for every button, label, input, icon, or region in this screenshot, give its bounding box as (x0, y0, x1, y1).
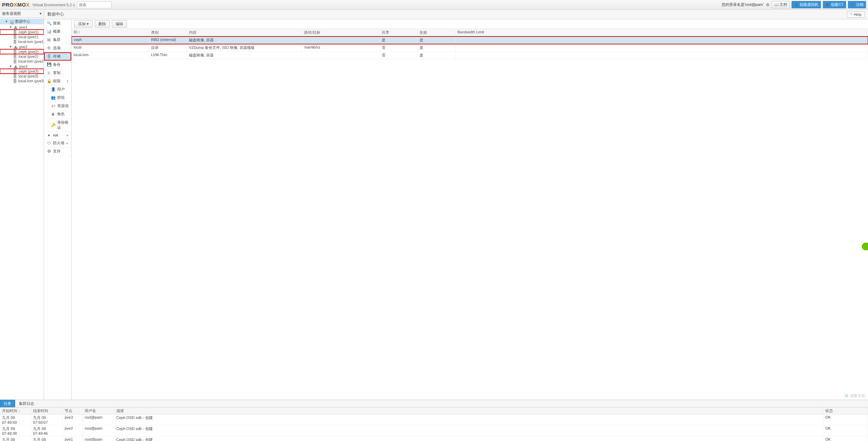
key-icon: 🔑 (51, 123, 55, 127)
menu-backup[interactable]: 💾备份 (44, 61, 71, 69)
tcol-end[interactable]: 结束时间 (31, 408, 63, 414)
col-shared[interactable]: 共享 (380, 29, 417, 36)
chevron-right-icon: ▸ (67, 141, 68, 145)
tcol-node[interactable]: 节点 (63, 408, 83, 414)
tree-storage[interactable]: 🗄ceph (pve3) (0, 69, 44, 74)
tree-node[interactable]: ▾🖧pve1 (0, 24, 44, 30)
create-vm-button[interactable]: 🖥创建虚拟机 (792, 1, 821, 8)
cube-icon: ▣ (825, 2, 829, 7)
tree-storage[interactable]: 🗄local-lvm (pve1) (0, 39, 44, 44)
chevron-down-icon: ▾ (67, 80, 68, 83)
task-tabs: 任务 集群日志 (0, 400, 868, 408)
life-ring-icon: ✪ (47, 149, 51, 154)
remove-button[interactable]: 删除 (95, 20, 110, 28)
collapse-icon[interactable]: ▾ (5, 19, 8, 24)
tree-storage[interactable]: 🗄local (pve2) (0, 54, 44, 59)
help-button[interactable]: ?Help (847, 11, 865, 18)
col-type[interactable]: 类别 (149, 29, 187, 36)
collapse-icon[interactable]: ▾ (9, 64, 12, 69)
tcol-user[interactable]: 用户名 (83, 408, 114, 414)
tree-storage[interactable]: 🗄local (pve3) (0, 74, 44, 78)
col-bw[interactable]: Bandwidth Limit (455, 29, 868, 36)
task-row[interactable]: 九月 09 07:49:59九月 09 07:50:07pve3root@pam… (0, 414, 868, 426)
global-search-input[interactable] (77, 1, 112, 8)
copy-icon: ⎘ (47, 71, 51, 75)
add-button[interactable]: 添加 ▾ (74, 20, 93, 28)
storage-row[interactable]: cephRBD (external)磁盘映像, 容器是是 (72, 36, 868, 44)
task-row[interactable]: 九月 09 07:47:26九月 09 07:47:34pve1root@pam… (0, 437, 868, 441)
edit-button[interactable]: 编辑 (112, 20, 127, 28)
resource-tree: ▾ 🏢 数据中心 ▾🖧pve1🗄ceph (pve1)🗄local (pve1)… (0, 18, 44, 400)
logout-icon: ⎋ (850, 3, 855, 7)
col-path[interactable]: 路径/目标 (302, 29, 380, 36)
menu-permissions[interactable]: 🔓权限▾ (44, 77, 71, 85)
menu-firewall[interactable]: 🛡防火墙▸ (44, 139, 71, 147)
task-grid-header: 开始时间 ↓ 结束时间 节点 用户名 描述 状态 (0, 408, 868, 414)
storage-icon: 🗄 (13, 30, 17, 34)
view-selector[interactable]: 服务器视图 ▾ (0, 10, 44, 18)
tcol-status[interactable]: 状态 (823, 408, 868, 414)
menu-auth[interactable]: 🔑身份验证 (44, 118, 71, 132)
server-icon: ▤ (47, 38, 51, 42)
doc-button[interactable]: 📖文档 (772, 1, 790, 8)
tree-storage[interactable]: 🗄local-lvm (pve3) (0, 78, 44, 83)
menu-summary[interactable]: 📊概要 (44, 28, 71, 36)
floppy-icon: 💾 (47, 62, 51, 67)
tab-cluster-log[interactable]: 集群日志 (15, 400, 38, 407)
col-content[interactable]: 内容 (187, 29, 302, 36)
create-ct-button[interactable]: ▣创建CT (823, 1, 846, 8)
chart-icon: 📊 (47, 29, 51, 34)
storage-icon: 🗄 (13, 55, 17, 58)
menu-roles[interactable]: ♟角色 (44, 110, 71, 118)
storage-grid-area: 添加 ▾ 删除 编辑 ID ↑ 类别 内容 路径/目标 共享 生效 Bandwi… (72, 19, 868, 400)
tree-datacenter[interactable]: ▾ 🏢 数据中心 (0, 19, 44, 24)
tag-icon: 🏷 (51, 104, 55, 108)
logo-text-x: X (14, 2, 18, 8)
storage-row[interactable]: local-lvmLVM-Thin磁盘映像, 容器否是 (72, 52, 868, 59)
storage-row[interactable]: local目录VZDump 备份文件, ISO 映像, 容器模板/var/lib… (72, 44, 868, 52)
collapse-icon[interactable]: ▾ (9, 25, 12, 29)
logo-text-2: MO (18, 2, 26, 8)
resource-tree-panel: 服务器视图 ▾ ▾ 🏢 数据中心 ▾🖧pve1🗄ceph (pve1)🗄loca… (0, 10, 44, 400)
menu-search[interactable]: 🔍搜索 (44, 19, 71, 28)
tree-storage[interactable]: 🗄local (pve1) (0, 34, 44, 39)
storage-icon: 🗄 (13, 79, 17, 83)
breadcrumb: 数据中心 ?Help (44, 10, 868, 19)
collapse-icon[interactable]: ▾ (9, 44, 12, 49)
menu-ha[interactable]: ♥HA▸ (44, 132, 71, 139)
header-bar: PROXMOX Virtual Environment 5.2-1 您的登录名是… (0, 0, 868, 10)
menu-groups[interactable]: 👥群组 (44, 94, 71, 102)
config-side-menu: 🔍搜索 📊概要 ▤集群 ⚙选项 🗄存储 💾备份 ⎘复制 🔓权限▾ 👤用户 👥群组… (44, 19, 72, 400)
menu-support[interactable]: ✪支持 (44, 147, 71, 156)
menu-replication[interactable]: ⎘复制 (44, 69, 71, 77)
storage-grid: ID ↑ 类别 内容 路径/目标 共享 生效 Bandwidth Limit c… (72, 29, 868, 400)
server-icon: 🖧 (14, 65, 18, 68)
task-row[interactable]: 九月 09 07:49:38九月 09 07:49:46pve2root@pam… (0, 426, 868, 437)
help-icon: ? (850, 12, 852, 17)
menu-options[interactable]: ⚙选项 (44, 44, 71, 52)
search-icon: 🔍 (47, 21, 51, 25)
server-icon: 🖧 (14, 45, 18, 49)
menu-cluster[interactable]: ▤集群 (44, 36, 71, 44)
tree-node[interactable]: ▾🖧pve3 (0, 64, 44, 69)
col-id[interactable]: ID ↑ (72, 29, 149, 36)
tcol-start[interactable]: 开始时间 ↓ (0, 408, 31, 414)
col-enabled[interactable]: 生效 (417, 29, 455, 36)
lock-icon: 🔓 (47, 79, 51, 83)
menu-pools[interactable]: 🏷资源池 (44, 102, 71, 110)
side-widget[interactable] (862, 243, 868, 250)
logout-button[interactable]: ⎋注销 (848, 1, 866, 8)
tree-storage[interactable]: 🗄local-lvm (pve2) (0, 59, 44, 64)
users-icon: 👥 (51, 95, 55, 100)
login-status: 您的登录名是'root@pam' (722, 2, 764, 7)
tcol-desc[interactable]: 描述 (114, 408, 823, 414)
tab-tasks[interactable]: 任务 (0, 400, 15, 407)
menu-users[interactable]: 👤用户 (44, 85, 71, 94)
menu-storage[interactable]: 🗄存储 (44, 52, 71, 61)
heart-icon: ♥ (47, 133, 51, 137)
tree-storage[interactable]: 🗄ceph (pve2) (0, 49, 44, 54)
tree-storage[interactable]: 🗄ceph (pve1) (0, 30, 44, 34)
gear-icon[interactable]: ⚙ (765, 2, 770, 7)
tree-node[interactable]: ▾🖧pve2 (0, 44, 44, 49)
book-icon: 📖 (774, 2, 778, 7)
